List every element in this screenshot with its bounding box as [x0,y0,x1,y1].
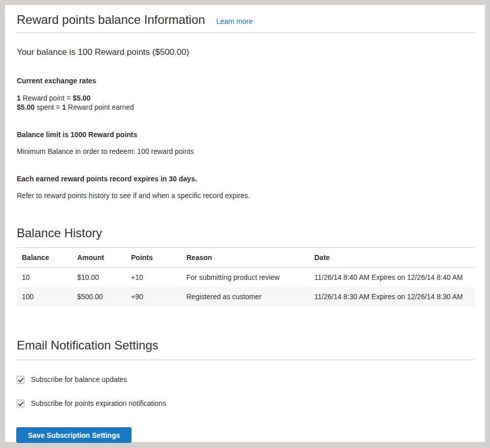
column-header-balance: Balance [17,248,72,268]
email-settings-header: Email Notification Settings [17,338,475,360]
table-header-row: Balance Amount Points Reason Date [17,248,475,268]
exchange-rate-line: 1 Reward point = $5.00 [17,93,475,103]
cell-reason: Registered as customer [181,287,309,306]
column-header-date: Date [309,248,475,268]
exchange-rate-line: $5.00 spent = 1 Reward point earned [17,103,475,112]
page-header: Reward points balance Information Learn … [17,12,475,33]
cell-balance: 100 [17,287,72,306]
column-header-reason: Reason [181,248,309,268]
exchange-rates-heading: Current exchange rates [17,76,475,85]
subscribe-expiration-label[interactable]: Subscribe for points expiration notifica… [31,399,166,408]
cell-date: 11/26/14 8:40 AM Expires on 12/26/14 8:4… [309,268,475,287]
reward-points-page: Reward points balance Information Learn … [5,5,485,442]
balance-history-table: Balance Amount Points Reason Date 10 $10… [17,247,475,306]
cell-amount: $500.00 [72,287,126,306]
subscribe-expiration-checkbox[interactable] [17,400,24,407]
balance-history-title: Balance History [17,226,475,241]
subscribe-balance-updates-checkbox[interactable] [17,376,24,383]
minimum-balance-note: Minimum Balance in order to redeem: 100 … [17,147,475,156]
column-header-points: Points [126,248,181,268]
subscribe-balance-updates-label[interactable]: Subscribe for balance updates [31,375,127,384]
expiration-note: Refer to reward points history to see if… [17,191,475,200]
subscribe-balance-updates-row: Subscribe for balance updates [17,375,475,384]
cell-amount: $10.00 [72,268,126,287]
balance-summary: Your balance is 100 Reward points ($500.… [17,47,475,58]
email-settings-title: Email Notification Settings [17,338,475,353]
cell-balance: 10 [17,268,72,287]
table-row: 10 $10.00 +10 For submitting product rev… [17,268,475,287]
column-header-amount: Amount [72,248,126,268]
page-title: Reward points balance Information [17,12,205,27]
learn-more-link[interactable]: Learn more [216,17,253,25]
subscribe-expiration-row: Subscribe for points expiration notifica… [17,399,475,408]
balance-limit: Balance limit is 1000 Reward points [17,130,475,139]
exchange-rates: 1 Reward point = $5.00 $5.00 spent = 1 R… [17,93,475,112]
cell-points: +10 [126,268,181,287]
cell-date: 11/26/14 8:30 AM Expires on 12/26/14 8:3… [309,287,475,306]
save-subscription-settings-button[interactable]: Save Subscription Settings [16,427,132,443]
cell-reason: For submitting product review [181,268,309,287]
cell-points: +90 [126,287,181,306]
expiration-rule: Each earned reward points record expires… [17,174,475,183]
table-row: 100 $500.00 +90 Registered as customer 1… [17,287,475,306]
